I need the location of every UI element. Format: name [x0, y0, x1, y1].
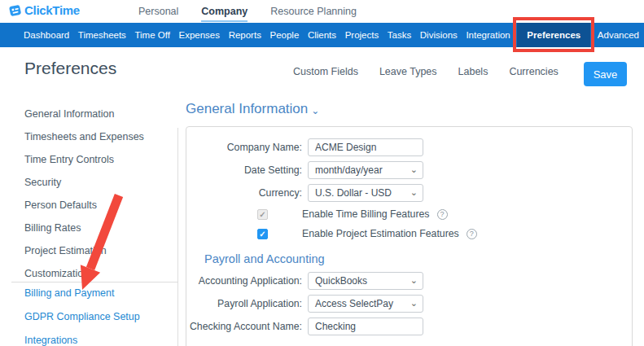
section-heading-general-information[interactable]: General Information ⌄ [186, 101, 319, 117]
nav-preferences[interactable]: Preferences [517, 23, 590, 47]
currency-row: Currency: U.S. Dollar - USD ⌄ [186, 184, 632, 202]
project-estimation-checkbox-row: ✓ Enable Project Estimation Features ? [257, 226, 632, 241]
nav-reports[interactable]: Reports [227, 23, 263, 47]
nav-timesheets[interactable]: Timesheets [77, 23, 128, 47]
project-estimation-checkbox[interactable]: ✓ [257, 229, 268, 239]
currency-select[interactable]: U.S. Dollar - USD ⌄ [308, 184, 423, 202]
company-name-input[interactable] [308, 138, 423, 156]
link-labels[interactable]: Labels [458, 66, 488, 77]
nav-dashboard[interactable]: Dashboard [22, 23, 71, 47]
sidebar-item-gdpr-compliance-setup[interactable]: GDPR Compliance Setup [24, 311, 171, 322]
chevron-down-icon: ⌄ [410, 164, 418, 175]
payroll-application-value: Access SelectPay [315, 298, 393, 309]
checking-account-input[interactable] [308, 318, 423, 335]
currency-label: Currency: [186, 187, 308, 199]
nav-tasks[interactable]: Tasks [386, 23, 413, 47]
date-setting-value: month/day/year [315, 164, 383, 176]
clicktime-logo-text: ClickTime [24, 3, 80, 17]
clicktime-logo-icon [8, 3, 22, 17]
help-icon[interactable]: ? [437, 209, 448, 220]
tab-resource-planning[interactable]: Resource Planning [270, 0, 357, 22]
link-currencies[interactable]: Currencies [509, 66, 558, 77]
section-heading-label: General Information [186, 101, 308, 117]
sidebar-item-billing-and-payment[interactable]: Billing and Payment [24, 287, 171, 299]
nav-expenses[interactable]: Expenses [177, 23, 222, 47]
accounting-application-select[interactable]: QuickBooks ⌄ [308, 272, 423, 290]
nav-clients[interactable]: Clients [306, 23, 338, 47]
company-name-row: Company Name: [186, 138, 632, 156]
quickbooks-help-text: For additional help using ClickTime with… [313, 342, 629, 346]
sidebar-item-project-estimation[interactable]: Project Estimation [24, 239, 171, 262]
sidebar-item-integrations[interactable]: Integrations [24, 335, 171, 346]
company-name-label: Company Name: [186, 142, 308, 153]
tab-personal[interactable]: Personal [138, 0, 178, 22]
checking-account-row: Checking Account Name: [186, 318, 632, 335]
chevron-down-icon: ⌄ [410, 298, 418, 309]
payroll-application-label: Payroll Application: [186, 298, 308, 309]
nav-projects[interactable]: Projects [344, 23, 381, 47]
sidebar-item-billing-rates[interactable]: Billing Rates [24, 217, 171, 239]
time-billing-checkbox: ✓ [257, 209, 268, 220]
link-custom-fields[interactable]: Custom Fields [293, 66, 358, 77]
nav-divisions[interactable]: Divisions [418, 23, 459, 47]
main-nav-bar: Dashboard Timesheets Time Off Expenses R… [0, 23, 644, 47]
nav-preferences-label: Preferences [527, 30, 580, 40]
currency-value: U.S. Dollar - USD [315, 187, 392, 199]
workspace-tabs: Personal Company Resource Planning [138, 0, 357, 22]
tab-company[interactable]: Company [201, 0, 248, 22]
clicktime-preferences-page: ClickTime Personal Company Resource Plan… [0, 0, 644, 346]
accounting-application-label: Accounting Application: [186, 275, 308, 287]
nav-people[interactable]: People [269, 23, 301, 47]
chevron-down-icon: ⌄ [410, 275, 418, 286]
sidebar-link-group: Billing and Payment GDPR Compliance Setu… [24, 287, 171, 346]
date-setting-row: Date Setting: month/day/year ⌄ [186, 161, 632, 179]
help-icon[interactable]: ? [467, 229, 477, 239]
save-button[interactable]: Save [584, 62, 627, 86]
sidebar-item-timesheets-expenses[interactable]: Timesheets and Expenses [24, 125, 171, 148]
preferences-sidebar: General Information Timesheets and Expen… [24, 103, 171, 285]
sidebar-item-time-entry-controls[interactable]: Time Entry Controls [24, 148, 171, 171]
sidebar-content-divider [177, 128, 178, 346]
clicktime-logo[interactable]: ClickTime [8, 3, 80, 17]
accounting-application-value: QuickBooks [315, 275, 367, 287]
checking-account-label: Checking Account Name: [186, 321, 308, 332]
page-title: Preferences [24, 59, 116, 78]
preferences-toolbar: Custom Fields Leave Types Labels Currenc… [293, 66, 559, 77]
general-information-panel: Company Name: Date Setting: month/day/ye… [186, 126, 633, 346]
date-setting-label: Date Setting: [186, 164, 308, 176]
payroll-application-row: Payroll Application: Access SelectPay ⌄ [186, 295, 632, 313]
payroll-accounting-heading: Payroll and Accounting [204, 252, 632, 265]
sidebar-divider [11, 282, 177, 282]
time-billing-label: Enable Time Billing Features [302, 208, 430, 220]
nav-time-off[interactable]: Time Off [133, 23, 171, 47]
sidebar-item-general-information[interactable]: General Information [24, 103, 171, 125]
accounting-application-row: Accounting Application: QuickBooks ⌄ [186, 272, 632, 290]
time-billing-checkbox-row: ✓ Enable Time Billing Features ? [257, 207, 632, 221]
sidebar-item-person-defaults[interactable]: Person Defaults [24, 194, 171, 217]
sidebar-item-security[interactable]: Security [24, 171, 171, 194]
top-bar: ClickTime Personal Company Resource Plan… [0, 0, 644, 23]
project-estimation-label: Enable Project Estimation Features [302, 228, 459, 239]
chevron-down-icon: ⌄ [410, 187, 418, 198]
nav-advanced[interactable]: Advanced [596, 23, 641, 47]
payroll-application-select[interactable]: Access SelectPay ⌄ [308, 295, 423, 313]
chevron-down-icon: ⌄ [311, 105, 319, 116]
nav-integration[interactable]: Integration [464, 23, 511, 47]
date-setting-select[interactable]: month/day/year ⌄ [308, 161, 423, 179]
link-leave-types[interactable]: Leave Types [379, 66, 437, 77]
